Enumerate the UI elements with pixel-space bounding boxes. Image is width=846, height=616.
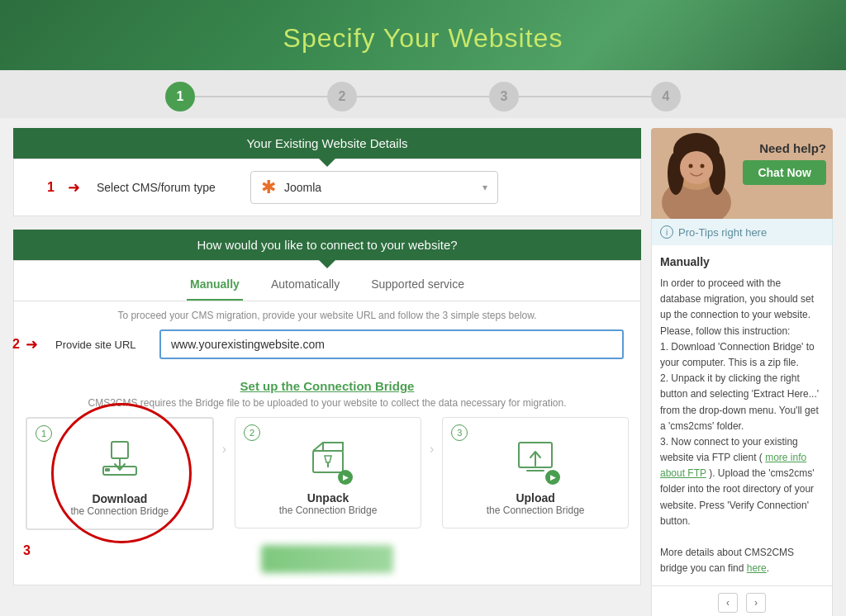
main-layout: Your Existing Website Details 1 ➜ Select… — [0, 118, 846, 616]
setup-bridge-link[interactable]: Set up the Connection Bridge — [240, 379, 415, 393]
arrow-icon-2: ➜ — [26, 335, 38, 353]
tips-prev-button[interactable]: ‹ — [718, 593, 738, 613]
step-4[interactable]: 4 — [651, 82, 681, 111]
cms-select-dropdown[interactable]: ✱ Joomla ▾ — [250, 171, 498, 204]
download-icon — [98, 437, 141, 487]
url-hint-text: To proceed your CMS migration, provide y… — [31, 310, 624, 321]
bridge-title-section: Set up the Connection Bridge — [14, 371, 640, 397]
need-help-label: Need help? — [743, 141, 826, 155]
tab-supported-service[interactable]: Supported service — [368, 272, 468, 301]
page-title: Specify Your Websites — [17, 23, 829, 54]
step-line-1-2 — [195, 96, 327, 97]
bridge-subtitle: CMS2CMS requires the Bridge file to be u… — [14, 397, 640, 417]
ftp-link[interactable]: more info about FTP — [660, 452, 806, 479]
svg-point-12 — [689, 164, 693, 168]
tips-title: Manually — [660, 254, 824, 271]
tips-navigation: ‹ › — [651, 586, 833, 616]
step-3[interactable]: 3 — [489, 82, 519, 111]
step-circle-3[interactable]: 3 — [489, 82, 519, 111]
url-label: Provide site URL — [55, 339, 146, 351]
url-row: 2 ➜ Provide site URL — [31, 329, 624, 359]
unpack-play-badge: ▶ — [338, 470, 353, 485]
tips-next-button[interactable]: › — [746, 593, 766, 613]
avatar — [651, 128, 742, 219]
cms-selected-value: Joomla — [284, 181, 474, 194]
header: Specify Your Websites — [0, 0, 846, 70]
step-2[interactable]: 2 — [327, 82, 357, 111]
here-link[interactable]: here — [747, 562, 767, 574]
bridge-step-upload[interactable]: 3 ▶ Upload the Connection Bridge — [442, 417, 629, 528]
download-sublabel: the Connection Bridge — [36, 505, 204, 517]
cms-label: Select CMS/forum type — [97, 181, 237, 194]
bridge-steps-container: 1 Download the Connection Bridge — [14, 417, 640, 542]
bridge-step-unpack[interactable]: 2 ▶ Unpack — [235, 417, 421, 528]
bridge-step-num-2: 2 — [244, 424, 260, 441]
pro-tips-bar: i Pro-Tips right here — [651, 219, 833, 245]
info-icon: i — [660, 225, 673, 239]
panel1-header: Your Existing Website Details — [13, 128, 641, 159]
steps-bar: 1 2 3 4 — [0, 70, 846, 118]
upload-icon: ▶ — [514, 436, 557, 486]
site-url-input[interactable] — [159, 329, 624, 359]
arrow-between-1-2: › — [222, 417, 226, 457]
tips-body: Manually In order to proceed with the da… — [651, 245, 833, 586]
tab-manually[interactable]: Manually — [187, 272, 243, 301]
download-label: Download — [36, 492, 204, 505]
unpack-label: Unpack — [244, 491, 412, 505]
pro-tips-label: Pro-Tips right here — [678, 226, 767, 239]
bridge-step-download[interactable]: 1 Download the Connection Bridge — [26, 417, 214, 530]
bridge-step-num-3: 3 — [451, 424, 468, 441]
panel-connect-website: How would you like to connect to your we… — [13, 230, 641, 585]
upload-sublabel: the Connection Bridge — [451, 505, 620, 516]
step-circle-1[interactable]: 1 — [165, 82, 195, 111]
tab-automatically[interactable]: Automatically — [268, 272, 343, 301]
svg-rect-3 — [313, 451, 343, 472]
panel2-body: Manually Automatically Supported service… — [13, 260, 641, 585]
svg-point-13 — [701, 164, 705, 168]
svg-point-11 — [680, 151, 713, 184]
upload-play-badge: ▶ — [545, 470, 560, 485]
upload-label: Upload — [451, 491, 620, 505]
unpack-icon: ▶ — [307, 436, 349, 486]
bridge-step-num-1: 1 — [36, 425, 52, 442]
panel-existing-website: Your Existing Website Details 1 ➜ Select… — [13, 128, 641, 216]
step-circle-4[interactable]: 4 — [651, 82, 681, 111]
unpack-sublabel: the Connection Bridge — [244, 505, 412, 516]
svg-rect-2 — [105, 468, 110, 471]
svg-rect-1 — [112, 442, 128, 458]
left-content: Your Existing Website Details 1 ➜ Select… — [13, 128, 641, 616]
cms-row: 1 ➜ Select CMS/forum type ✱ Joomla ▾ — [14, 159, 640, 216]
chevron-down-icon: ▾ — [482, 182, 487, 193]
blurred-verify-button — [261, 545, 393, 573]
need-help-area: Need help? Chat Now — [743, 141, 826, 185]
joomla-icon: ✱ — [261, 177, 276, 198]
panel1-body: 1 ➜ Select CMS/forum type ✱ Joomla ▾ — [13, 159, 641, 216]
step-circle-2[interactable]: 2 — [327, 82, 357, 111]
annotation-3: 3 — [23, 543, 31, 558]
arrow-icon-1: ➜ — [68, 178, 80, 197]
chat-now-button[interactable]: Chat Now — [743, 160, 826, 185]
help-header: Need help? Chat Now — [651, 128, 833, 219]
annotation-1: 1 — [47, 180, 55, 195]
step-line-3-4 — [519, 96, 651, 97]
step-line-2-3 — [357, 96, 489, 97]
arrow-between-2-3: › — [430, 417, 434, 457]
tips-text: In order to proceed with the database mi… — [660, 276, 824, 577]
annotation-2: 2 — [12, 337, 20, 352]
panel2-header: How would you like to connect to your we… — [13, 230, 641, 260]
step-1[interactable]: 1 — [165, 82, 195, 111]
right-sidebar: Need help? Chat Now i Pro-Tips right her… — [651, 128, 833, 616]
url-section: To proceed your CMS migration, provide y… — [14, 301, 640, 371]
blurred-btn-area — [14, 545, 640, 585]
